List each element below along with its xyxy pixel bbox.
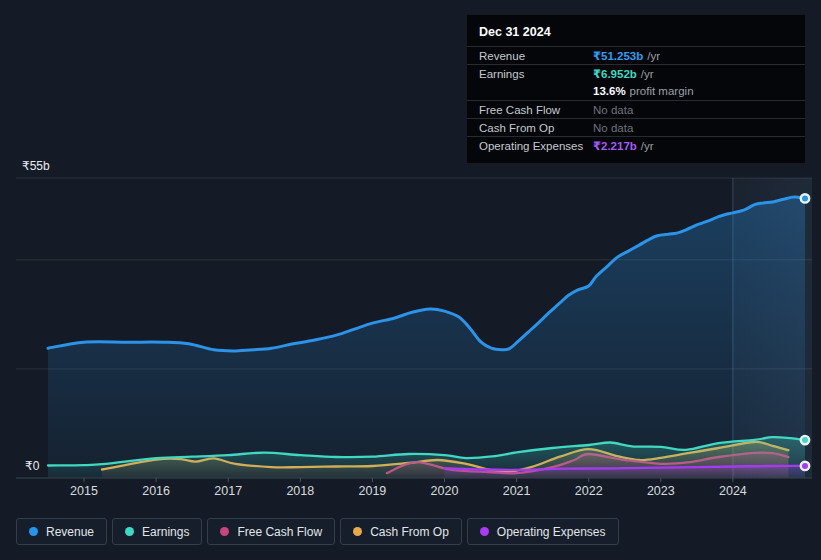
revenue-end-marker[interactable] — [801, 194, 809, 202]
legend-item-cash-from-op[interactable]: Cash From Op — [340, 518, 462, 545]
x-axis-label-2018: 2018 — [276, 484, 324, 498]
earnings-end-marker[interactable] — [801, 436, 809, 444]
tooltip-row-operating-expenses: Operating Expenses₹2.217b/yr — [467, 136, 805, 154]
x-axis-label-2016: 2016 — [132, 484, 180, 498]
operating-expenses-legend-dot-icon — [480, 527, 489, 536]
x-axis-label-2015: 2015 — [60, 484, 108, 498]
tooltip-row-value: No data — [593, 104, 633, 116]
x-axis-label-2023: 2023 — [637, 484, 685, 498]
x-axis-label-2019: 2019 — [348, 484, 396, 498]
revenue-legend-dot-icon — [29, 527, 38, 536]
legend-item-earnings[interactable]: Earnings — [112, 518, 202, 545]
tooltip-row-label: Earnings — [479, 68, 593, 80]
cash-from-op-legend-dot-icon — [353, 527, 362, 536]
tooltip-row-cash-from-op: Cash From OpNo data — [467, 118, 805, 136]
tooltip-row-label: Free Cash Flow — [479, 104, 593, 116]
tooltip-row-value: No data — [593, 122, 633, 134]
tooltip-row-label: Revenue — [479, 50, 593, 62]
x-axis-label-2024: 2024 — [709, 484, 757, 498]
tooltip-row-value: ₹6.952b — [593, 67, 637, 81]
free-cash-flow-legend-dot-icon — [220, 527, 229, 536]
legend-item-free-cash-flow[interactable]: Free Cash Flow — [207, 518, 335, 545]
legend-item-label: Cash From Op — [370, 525, 449, 539]
operating-expenses-end-marker[interactable] — [801, 462, 809, 470]
x-axis-label-2021: 2021 — [493, 484, 541, 498]
tooltip-row-value: ₹2.217b — [593, 139, 637, 153]
x-axis-label-2017: 2017 — [204, 484, 252, 498]
tooltip-row-revenue: Revenue₹51.253b/yr — [467, 47, 805, 64]
legend-item-revenue[interactable]: Revenue — [16, 518, 107, 545]
x-axis-label-2022: 2022 — [565, 484, 613, 498]
chart-tooltip: Dec 31 2024 Revenue₹51.253b/yrEarnings₹6… — [466, 14, 806, 164]
tooltip-row-suffix: /yr — [647, 50, 660, 62]
legend-item-label: Free Cash Flow — [237, 525, 322, 539]
chart-legend: RevenueEarningsFree Cash FlowCash From O… — [16, 518, 619, 545]
tooltip-row-label: Operating Expenses — [479, 140, 593, 152]
tooltip-row-free-cash-flow: Free Cash FlowNo data — [467, 100, 805, 118]
tooltip-row-earnings: Earnings₹6.952b/yr — [467, 64, 805, 82]
y-axis-zero-label: ₹0 — [21, 458, 43, 475]
earnings-legend-dot-icon — [125, 527, 134, 536]
legend-item-operating-expenses[interactable]: Operating Expenses — [467, 518, 619, 545]
legend-item-label: Operating Expenses — [497, 525, 606, 539]
y-axis-max-label: ₹55b — [22, 159, 50, 173]
tooltip-row-label: Cash From Op — [479, 122, 593, 134]
legend-item-label: Revenue — [46, 525, 94, 539]
tooltip-row-suffix: /yr — [641, 140, 654, 152]
tooltip-row-profit-margin: 13.6%profit margin — [467, 83, 805, 100]
x-axis-label-2020: 2020 — [421, 484, 469, 498]
tooltip-row-suffix: profit margin — [630, 85, 694, 97]
tooltip-row-suffix: /yr — [641, 68, 654, 80]
tooltip-date: Dec 31 2024 — [467, 20, 805, 47]
tooltip-row-value: ₹51.253b — [593, 49, 643, 63]
page: { "background": "#141B26", "tooltip": { … — [0, 0, 821, 560]
legend-item-label: Earnings — [142, 525, 189, 539]
revenue-area — [48, 197, 805, 478]
tooltip-row-value: 13.6% — [593, 85, 626, 97]
